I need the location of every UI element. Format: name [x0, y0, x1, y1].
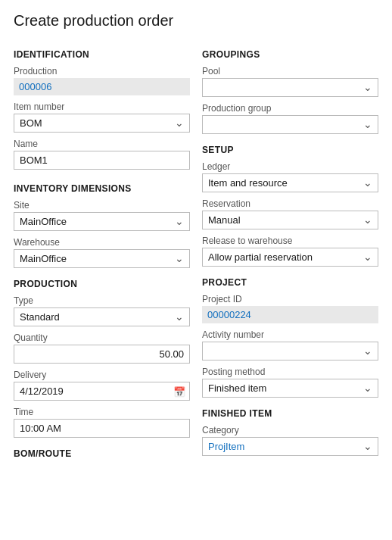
- release-select[interactable]: Allow partial reservation: [202, 248, 378, 267]
- reservation-label: Reservation: [202, 198, 378, 209]
- production-section: PRODUCTION: [14, 279, 190, 289]
- pool-select[interactable]: [202, 78, 378, 97]
- warehouse-select[interactable]: MainOffice: [14, 249, 190, 268]
- setup-section: SETUP: [202, 145, 378, 155]
- production-value: 000006: [14, 78, 190, 95]
- type-label: Type: [14, 295, 190, 306]
- posting-label: Posting method: [202, 367, 378, 377]
- item-number-select[interactable]: BOM: [14, 114, 190, 133]
- activity-select-wrapper: [202, 342, 378, 361]
- production-label: Production: [14, 66, 190, 76]
- delivery-date-wrapper: 📅: [14, 382, 190, 401]
- production-group-label: Production group: [202, 103, 378, 114]
- identification-section: IDENTIFICATION: [14, 49, 190, 60]
- item-number-select-wrapper: BOM: [14, 114, 190, 133]
- category-select[interactable]: ProjItem: [202, 437, 378, 456]
- name-input[interactable]: [14, 151, 190, 170]
- site-select[interactable]: MainOffice: [14, 212, 190, 231]
- category-label: Category: [202, 425, 378, 435]
- release-select-wrapper: Allow partial reservation: [202, 248, 378, 267]
- quantity-input[interactable]: [14, 345, 190, 364]
- project-id-label: Project ID: [202, 294, 378, 304]
- production-group-select-wrapper: [202, 115, 378, 134]
- production-group-select[interactable]: [202, 115, 378, 134]
- release-label: Release to warehouse: [202, 236, 378, 246]
- name-label: Name: [14, 139, 190, 149]
- project-id-value: 00000224: [202, 306, 378, 323]
- category-select-wrapper: ProjItem: [202, 437, 378, 456]
- warehouse-select-wrapper: MainOffice: [14, 249, 190, 268]
- posting-select[interactable]: Finished item: [202, 379, 378, 398]
- time-input[interactable]: [14, 419, 190, 438]
- finished-item-section: FINISHED ITEM: [202, 408, 378, 419]
- ledger-select[interactable]: Item and resource: [202, 173, 378, 192]
- project-section: PROJECT: [202, 277, 378, 288]
- reservation-select[interactable]: Manual: [202, 211, 378, 229]
- type-select[interactable]: Standard: [14, 307, 190, 326]
- activity-select[interactable]: [202, 342, 378, 361]
- ledger-label: Ledger: [202, 161, 378, 172]
- warehouse-label: Warehouse: [14, 237, 190, 248]
- delivery-input[interactable]: [14, 382, 190, 401]
- item-number-label: Item number: [14, 101, 190, 112]
- pool-select-wrapper: [202, 78, 378, 97]
- groupings-section: GROUPINGS: [202, 49, 378, 60]
- reservation-select-wrapper: Manual: [202, 211, 378, 229]
- time-label: Time: [14, 407, 190, 417]
- page-title: Create production order: [14, 12, 378, 30]
- site-label: Site: [14, 200, 190, 211]
- inventory-section: INVENTORY DIMENSIONS: [14, 183, 190, 194]
- activity-label: Activity number: [202, 329, 378, 340]
- quantity-label: Quantity: [14, 332, 190, 343]
- pool-label: Pool: [202, 66, 378, 76]
- type-select-wrapper: Standard: [14, 307, 190, 326]
- delivery-label: Delivery: [14, 370, 190, 380]
- posting-select-wrapper: Finished item: [202, 379, 378, 398]
- ledger-select-wrapper: Item and resource: [202, 173, 378, 192]
- bom-route-section: BOM/ROUTE: [14, 448, 190, 459]
- site-select-wrapper: MainOffice: [14, 212, 190, 231]
